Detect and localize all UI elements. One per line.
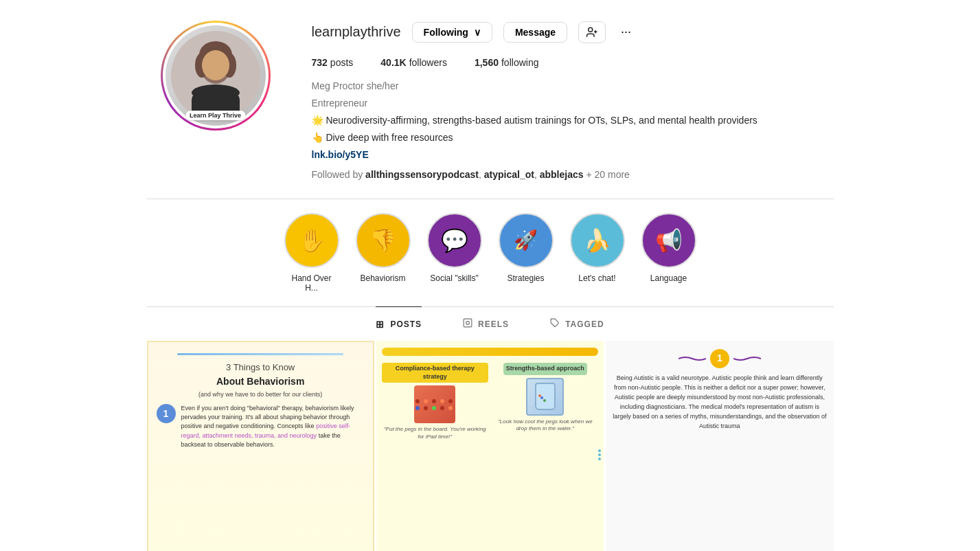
profile-name: Meg Proctor she/her [312,79,820,93]
post2-left-label: Compliance-based therapy strategy [382,363,488,383]
post-item-2[interactable]: Compliance-based therapy strategy [376,341,604,551]
avatar-image [171,31,260,120]
highlight-language[interactable]: 📢 Language [641,213,696,293]
tabs-section: ⊞ POSTS REELS TAGGED [147,306,834,341]
post3-number-badge: 1 [710,349,729,368]
profile-pronouns: she/her [367,80,399,91]
svg-point-8 [589,27,593,32]
following-count: 1,560 [475,57,499,68]
highlight-circle-behaviorism: 👎 [356,213,411,268]
highlight-label-social: Social "skills" [430,273,479,283]
post-item-1[interactable]: 3 Things to Know About Behaviorism (and … [147,341,374,551]
highlight-label-language: Language [650,273,687,283]
post1-number: 1 [157,404,176,423]
add-person-button[interactable] [578,21,606,43]
highlight-social-skills[interactable]: 💬 Social "skills" [427,213,482,293]
tab-posts[interactable]: ⊞ POSTS [376,306,422,341]
post-item-3[interactable]: 1 Being Autistic is a valid neurotype. A… [606,341,833,551]
highlight-circle-language: 📢 [641,213,696,268]
followed-by: Followed by allthingssensorypodcast, aty… [312,168,820,182]
post3-body: Being Autistic is a valid neurotype. Aut… [613,374,826,431]
message-button[interactable]: Message [503,22,567,43]
highlight-hand-over-h[interactable]: ✋ Hand Over H... [284,213,339,293]
avatar-badge: Learn Play Thrive [185,111,245,120]
following-stat[interactable]: 1,560 following [475,57,539,68]
deco-left [679,356,706,361]
highlight-strategies[interactable]: 🚀 Strategies [499,213,554,293]
following-label: following [501,57,538,68]
following-button[interactable]: Following ∨ [412,22,492,43]
reels-icon [463,318,472,330]
highlight-circle-strategies: 🚀 [499,213,554,268]
followed-by-user3[interactable]: abblejacs [540,169,584,180]
chevron-down-icon: ∨ [474,27,481,38]
highlight-label-chat: Let's chat! [578,273,615,283]
followed-by-user2[interactable]: atypical_ot [484,169,534,180]
followed-by-user1[interactable]: allthingssensorypodcast [365,169,479,180]
followers-stat[interactable]: 40.1K followers [380,57,447,68]
deco-right [733,356,761,361]
stats-row: 732 posts 40.1K followers 1,560 followin… [312,57,820,68]
tabs-row: ⊞ POSTS REELS TAGGED [147,307,834,341]
highlight-label-strategies: Strategies [507,273,544,283]
highlight-label-hand: Hand Over H... [284,273,339,293]
posts-grid-icon: ⊞ [376,319,385,330]
highlight-circle-chat: 🍌 [570,213,625,268]
svg-point-12 [466,322,470,325]
highlights-section: ✋ Hand Over H... 👎 Behaviorism 💬 Social … [147,199,834,306]
profile-info: learnplaythrive Following ∨ Message [312,21,820,185]
add-person-icon [586,26,598,38]
more-button[interactable]: ··· [617,21,635,43]
post1-body: Even if you aren't doing "behavioral" th… [181,404,365,449]
profile-username-row: learnplaythrive Following ∨ Message [312,21,820,43]
svg-point-5 [202,50,229,80]
profile-link[interactable]: lnk.bio/y5YE [312,149,369,160]
bio-line2: 👆 Dive deep with free resources [312,131,820,145]
post1-subtitle: (and why we have to do better for our cl… [198,390,322,399]
profile-category: Entrepreneur [312,96,820,111]
highlight-circle-hand: ✋ [284,213,339,268]
post2-right-caption: "Look how cool the pegs look when we dro… [492,418,599,433]
tagged-icon [550,318,560,330]
highlight-label-behaviorism: Behaviorism [360,273,405,283]
tab-tagged[interactable]: TAGGED [550,306,604,341]
posts-label: posts [330,57,353,68]
post2-left-caption: "Put the pegs in the board. You're worki… [382,426,488,440]
highlight-circle-social: 💬 [427,213,482,268]
profile-bio: Meg Proctor she/her Entrepreneur 🌟 Neuro… [312,79,820,182]
post2-right-label: Strengths-based approach [503,363,587,375]
posts-stat: 732 posts [312,57,354,68]
svg-rect-11 [464,319,472,327]
posts-grid: 3 Things to Know About Behaviorism (and … [147,341,834,551]
highlight-behaviorism[interactable]: 👎 Behaviorism [356,213,411,293]
followers-label: followers [409,57,447,68]
profile-header: Learn Play Thrive learnplaythrive Follow… [147,0,834,199]
profile-username: learnplaythrive [312,24,401,40]
post1-title: About Behaviorism [216,375,304,389]
svg-point-7 [192,85,240,101]
posts-count: 732 [312,57,328,68]
followers-count: 40.1K [380,57,406,68]
highlights-row: ✋ Hand Over H... 👎 Behaviorism 💬 Social … [161,213,820,293]
avatar[interactable]: Learn Play Thrive [161,21,271,131]
bio-line1: 🌟 Neurodiversity-affirming, strengths-ba… [312,113,820,128]
highlight-lets-chat[interactable]: 🍌 Let's chat! [570,213,625,293]
tab-reels[interactable]: REELS [463,306,509,341]
